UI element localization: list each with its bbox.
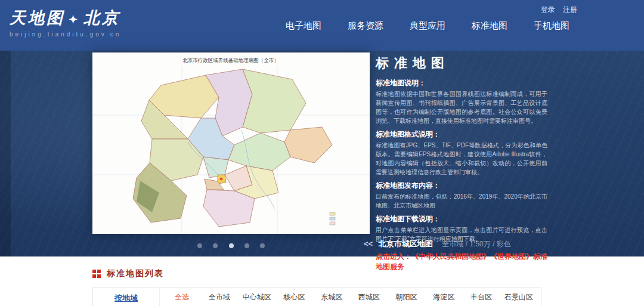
district-link[interactable]: 朝阳区 — [388, 292, 425, 302]
district-link[interactable]: 海淀区 — [425, 292, 463, 302]
panel-title: 标准地图 — [376, 54, 547, 72]
logo-part2: 北京 — [83, 8, 120, 27]
section-heading: 标准地图说明： — [376, 78, 547, 88]
panel-section: 标准地图格式说明： 标准地图有JPG、EPS、TIF、PDF等数据格式，分为彩色… — [376, 129, 547, 177]
district-link[interactable]: 丰台区 — [463, 292, 500, 302]
district-link[interactable]: 全市域 — [201, 292, 239, 302]
section-heading: 标准地图格式说明： — [376, 129, 547, 140]
section-body: 用户点击菜单栏进入地图显示页面，点击图片可进行预览，点击图片下“下载”文字可进行… — [376, 225, 547, 243]
logo-domain: beijing.tianditu.gov.cn — [10, 31, 121, 38]
hero-banner: 北京市行政区域界线基础地理底图（全市） — [0, 51, 644, 256]
grid-icon — [92, 270, 101, 278]
district-link[interactable]: 东城区 — [313, 292, 351, 302]
carousel-dot[interactable] — [260, 243, 265, 248]
section-body: 标准地图依据中国和世界各国国界线画法标准编制而成，可用于新闻宣传用图、书刊报纸插… — [376, 89, 547, 125]
standard-map-list-section: 标准地图列表 按地域 全选 全市域 中心城区 核心区 东城区 西城区 朝阳区 海… — [0, 256, 644, 306]
district-link[interactable]: 西城区 — [351, 292, 388, 302]
nav-standard-map[interactable]: 标准地图 — [472, 20, 507, 32]
map-legend — [330, 212, 335, 225]
section-body: 目前发布的标准地图，包括：2016年、2019年、2020年的北京市地图、北京市… — [376, 192, 547, 210]
district-link[interactable]: 核心区 — [275, 292, 313, 302]
map-preview-image[interactable]: 北京市行政区域界线基础地理底图（全市） — [92, 52, 370, 234]
section-body: 标准地图有JPG、EPS、TIF、PDF等数据格式，分为彩色和单色版本。需要编辑… — [376, 141, 547, 177]
carousel-dot-active[interactable] — [229, 243, 234, 248]
logo-separator-icon: ✦ — [69, 13, 80, 26]
filter-rows: 全选 全市域 中心城区 核心区 东城区 西城区 朝阳区 海淀区 丰台区 石景山区… — [160, 288, 541, 306]
carousel-dot[interactable] — [244, 243, 249, 248]
nav-mobile-map[interactable]: 手机地图 — [534, 20, 569, 32]
carousel-dot[interactable] — [197, 243, 202, 248]
nav-typical-applications[interactable]: 典型应用 — [410, 20, 445, 32]
register-link[interactable]: 注册 — [563, 5, 577, 14]
map-title: 北京市行政区域界线基础地理底图（全市） — [182, 57, 279, 63]
nav-service-resources[interactable]: 服务资源 — [348, 20, 383, 32]
caption-arrows-icon[interactable]: << — [364, 239, 373, 248]
standard-map-panel: 标准地图 标准地图说明： 标准地图依据中国和世界各国国界线画法标准编制而成，可用… — [376, 54, 547, 272]
section-heading: 标准地图下载说明： — [376, 214, 547, 224]
main-nav: 电子地图 服务资源 典型应用 标准地图 手机地图 — [286, 20, 569, 32]
filter-row: 全选 全市域 中心城区 核心区 东城区 西城区 朝阳区 海淀区 丰台区 石景山区 — [160, 288, 541, 306]
site-logo[interactable]: 天地图✦北京 beijing.tianditu.gov.cn — [10, 7, 121, 38]
filter-label-region[interactable]: 按地域 — [93, 288, 160, 306]
list-header: 标准地图列表 — [92, 268, 644, 279]
logo-title: 天地图✦北京 — [10, 7, 121, 29]
district-link[interactable]: 石景山区 — [500, 292, 537, 302]
login-link[interactable]: 登录 — [541, 5, 555, 14]
carousel-dots — [92, 240, 370, 251]
nav-electronic-map[interactable]: 电子地图 — [286, 20, 321, 32]
carousel-dot[interactable] — [213, 243, 218, 248]
site-header: 天地图✦北京 beijing.tianditu.gov.cn 登录 注册 电子地… — [0, 0, 644, 51]
auth-links: 登录 注册 — [535, 5, 577, 15]
district-link[interactable]: 中心城区 — [238, 292, 275, 302]
standard-map-service-link[interactable]: 点击进入：《中华人民共和国地图》《世界地图》标准地图服务 — [376, 252, 547, 272]
panel-section: 标准地图下载说明： 用户点击菜单栏进入地图显示页面，点击图片可进行预览，点击图片… — [376, 214, 547, 243]
logo-part1: 天地图 — [10, 8, 65, 27]
region-filter-table: 按地域 全选 全市域 中心城区 核心区 东城区 西城区 朝阳区 海淀区 丰台区 … — [92, 288, 541, 306]
section-heading: 标准地图发布内容： — [376, 181, 547, 191]
district-link-select-all[interactable]: 全选 — [163, 292, 201, 302]
panel-section: 标准地图说明： 标准地图依据中国和世界各国国界线画法标准编制而成，可用于新闻宣传… — [376, 78, 547, 125]
panel-section: 标准地图发布内容： 目前发布的标准地图，包括：2016年、2019年、2020年… — [376, 181, 547, 210]
list-title: 标准地图列表 — [107, 268, 164, 279]
